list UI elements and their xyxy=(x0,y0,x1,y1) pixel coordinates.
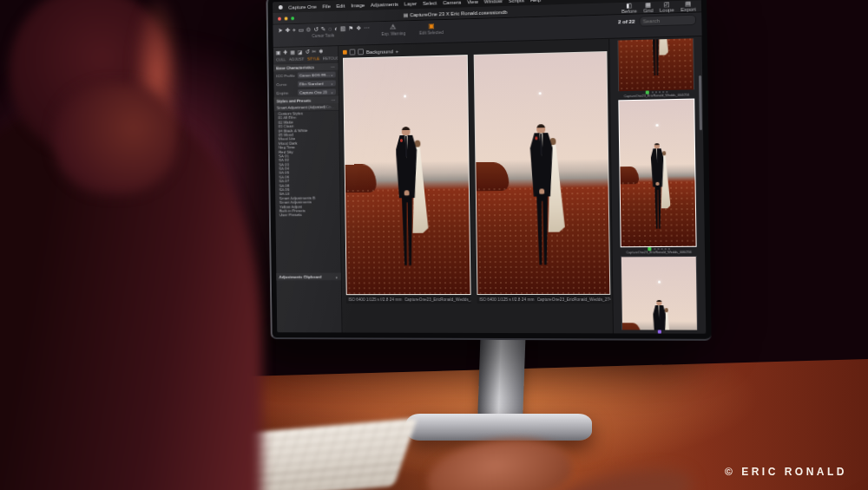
engine-dropdown[interactable]: Capture One 23⌄ xyxy=(298,88,336,95)
wedding-photo-right[interactable] xyxy=(474,51,611,295)
warning-icon: ⚠ xyxy=(390,23,396,31)
photo-card-right: ISO 6400 1/125 s f/2.8 24 mm CaptureOne2… xyxy=(474,51,611,304)
chevron-down-icon[interactable]: ⌄ xyxy=(335,274,339,278)
cursor-tool-icon[interactable]: ◌ xyxy=(328,25,332,33)
groom-head xyxy=(536,124,545,134)
menu-item[interactable]: View xyxy=(467,0,478,4)
thumbnail-selected[interactable] xyxy=(618,99,696,248)
minimize-window-button[interactable] xyxy=(285,16,288,20)
curve-dropdown[interactable]: Film Standard⌄ xyxy=(298,80,336,87)
cursor-tool-icon[interactable]: ▭ xyxy=(299,26,304,34)
photographer-credit: © ERIC RONALD xyxy=(725,466,847,478)
mask-icon[interactable] xyxy=(358,49,364,55)
view-button[interactable]: ◰ Loupe xyxy=(660,1,674,13)
menu-item[interactable]: Layer xyxy=(404,1,418,6)
edit-selected-label: Edit Selected xyxy=(419,30,444,36)
view-button-label: Grid xyxy=(643,8,654,13)
thumb-caption: CaptureOne23_EricRonald_Wedds_006/256 xyxy=(626,251,691,254)
person-beard xyxy=(54,83,177,194)
sidebar-tool-icon[interactable]: ◪ xyxy=(298,49,303,55)
capture-one-screen: Capture OneFileEditImageAdjustmentsLayer… xyxy=(273,0,706,334)
cursor-tool-icon[interactable]: ❖ xyxy=(356,24,361,32)
apple-menu-icon[interactable] xyxy=(279,5,283,10)
adjustments-clipboard-header[interactable]: Adjustments Clipboard⌄ xyxy=(276,273,340,281)
tool-tab[interactable]: ADJUST xyxy=(289,57,304,62)
cursor-tool-icon[interactable]: ⋯ xyxy=(364,23,370,31)
cursor-tools-group: ➤✚⌖▭⊙↺✎◌◐▧⚑❖⋯ Cursor Tools xyxy=(278,23,370,39)
cursor-tool-icon[interactable]: ⚑ xyxy=(348,24,353,32)
cursor-tool-icon[interactable]: ➤ xyxy=(278,26,283,34)
layer-icon[interactable] xyxy=(350,49,356,56)
search-input[interactable] xyxy=(639,15,696,27)
view-button[interactable]: ◧ Before xyxy=(621,2,637,14)
sidebar-tool-icon[interactable]: ✂ xyxy=(312,49,316,55)
photo-status-bar: ISO 6400 1/125 s f/2.8 24 mm CaptureOne2… xyxy=(477,295,610,304)
color-tag[interactable] xyxy=(658,330,661,333)
photo-scene: Capture OneFileEditImageAdjustmentsLayer… xyxy=(0,0,868,490)
browser-header: 2 of 22 xyxy=(618,15,696,28)
cursor-tool-icon[interactable]: ✚ xyxy=(286,26,291,34)
cursor-tool-icon[interactable]: ↺ xyxy=(313,25,319,33)
image-viewer: Background + xyxy=(339,39,613,334)
sidebar-tool-icon[interactable]: ✱ xyxy=(319,49,323,55)
thumb-caption: CaptureOne23_EricRonald_Wedds_004/256 xyxy=(623,94,688,98)
rating-dots[interactable] xyxy=(654,248,669,250)
wedding-thumb xyxy=(621,256,698,330)
menu-item[interactable]: Select xyxy=(423,0,437,5)
chevron-down-icon: ⌄ xyxy=(331,89,334,94)
photo-status-bar: ISO 6400 1/125 s f/2.8 24 mm CaptureOne2… xyxy=(346,295,471,304)
menu-item[interactable]: Edit xyxy=(336,3,345,8)
cursor-tool-icon[interactable]: ◐ xyxy=(334,25,338,33)
edit-selected-icon: ▣ xyxy=(428,22,435,29)
tool-tab[interactable]: STYLE xyxy=(307,56,319,61)
panel-more-icon[interactable]: ⋯ xyxy=(331,64,335,69)
exif-info: ISO 6400 1/125 s f/2.8 24 mm xyxy=(348,297,402,302)
view-button[interactable]: ▦ Grid xyxy=(643,2,654,14)
tool-tab[interactable]: CULL xyxy=(276,57,286,62)
close-window-button[interactable] xyxy=(278,16,281,20)
menu-item[interactable]: Camera xyxy=(443,0,461,5)
chevron-down-icon: ⌄ xyxy=(331,81,334,85)
sidebar-tool-icon[interactable]: ✚ xyxy=(283,49,287,56)
filmstrip-scrollbar[interactable] xyxy=(699,75,702,130)
cursor-tool-icon[interactable]: ⊙ xyxy=(306,25,312,33)
layer-color-chip xyxy=(343,50,347,55)
cursor-tool-icon[interactable]: ▧ xyxy=(340,24,345,32)
menu-item[interactable]: Adjustments xyxy=(371,1,398,7)
monitor-stand-base xyxy=(406,414,592,441)
icc-profile-dropdown[interactable]: Canon EOS R5 ProStandard⌄ xyxy=(298,71,336,78)
view-button-label: Export xyxy=(681,7,696,13)
groom-tie xyxy=(405,136,407,158)
cursor-tool-icon[interactable]: ✎ xyxy=(321,25,326,33)
menu-item[interactable]: Image xyxy=(351,3,365,8)
studio-display-monitor: Capture OneFileEditImageAdjustmentsLayer… xyxy=(266,0,712,341)
exposure-warning-button[interactable]: ⚠ Exp. Warning xyxy=(378,23,408,36)
add-layer-button[interactable]: + xyxy=(396,49,398,54)
image-count-label: 2 of 22 xyxy=(618,19,635,25)
zoom-window-button[interactable] xyxy=(291,16,294,20)
boutonniere xyxy=(535,137,537,140)
panel-more-icon[interactable]: ⋯ xyxy=(332,97,336,101)
menu-item[interactable]: Window xyxy=(484,0,503,3)
groom-head xyxy=(402,127,411,136)
view-button[interactable]: ▤ Export xyxy=(681,0,696,12)
photo-card-left: ISO 6400 1/125 s f/2.8 24 mm CaptureOne2… xyxy=(343,55,471,304)
sidebar-tool-icon[interactable]: ▦ xyxy=(290,49,295,56)
sidebar-tool-icon[interactable]: ↺ xyxy=(305,49,309,55)
wedding-photo-left[interactable] xyxy=(343,55,471,295)
layer-name-label[interactable]: Background xyxy=(366,49,393,55)
menu-item[interactable]: Help xyxy=(530,0,541,3)
sidebar-tool-icon[interactable]: ▣ xyxy=(276,49,281,56)
cursor-tool-icon[interactable]: ⌖ xyxy=(293,26,296,34)
document-icon: ▤ xyxy=(404,12,409,17)
thumbnail-partial[interactable] xyxy=(617,38,694,91)
workspace-body: ▣✚▦◪↺✂✱ CULLADJUSTSTYLERETOUCHREFINE Bas… xyxy=(273,36,706,334)
menu-item[interactable]: Scripts xyxy=(509,0,524,3)
chevron-down-icon: ⌄ xyxy=(330,72,333,76)
menu-item[interactable]: Capture One xyxy=(288,3,317,10)
menu-item[interactable]: File xyxy=(323,3,331,9)
rating-dots[interactable] xyxy=(651,91,667,93)
thumbnail-next[interactable] xyxy=(621,256,698,330)
wedding-thumb xyxy=(618,99,696,248)
edit-selected-button[interactable]: ▣ Edit Selected xyxy=(417,22,447,36)
